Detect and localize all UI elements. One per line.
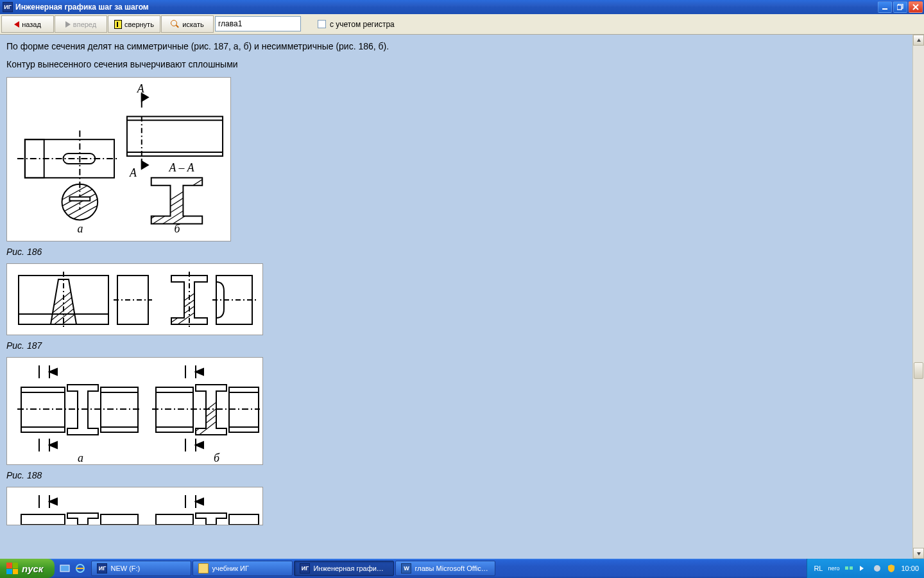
task-icon-folder — [198, 563, 209, 574]
scroll-track[interactable] — [913, 46, 924, 548]
svg-point-82 — [874, 565, 880, 572]
windows-logo-icon — [6, 563, 18, 574]
window-control-buttons — [878, 1, 923, 13]
svg-rect-74 — [21, 514, 65, 525]
checkbox-icon[interactable] — [318, 20, 326, 28]
figure-189-partial — [6, 487, 263, 525]
task-item-3[interactable]: W главы Microsoft Offic… — [395, 561, 495, 576]
svg-line-61 — [189, 398, 247, 442]
tray-network-icon[interactable] — [844, 564, 853, 573]
collapse-button[interactable]: свернуть — [108, 15, 160, 33]
close-button[interactable] — [909, 1, 923, 13]
svg-rect-81 — [850, 566, 853, 570]
svg-line-39 — [165, 288, 229, 333]
case-checkbox-wrap[interactable]: с учетом регистра — [318, 15, 395, 33]
case-label: с учетом регистра — [330, 20, 395, 29]
task-label-1: учебник ИГ — [212, 565, 248, 572]
svg-line-32 — [37, 287, 101, 335]
svg-rect-77 — [229, 514, 259, 525]
taskbar: пуск ИГ NEW (F:) учебник ИГ ИГ Инженерна… — [0, 559, 924, 578]
quicklaunch-desktop-icon[interactable] — [58, 561, 71, 575]
tray-hide-icon[interactable] — [859, 564, 868, 573]
paragraph-2: Контур вынесенного сечения вычерчивают с… — [6, 59, 906, 69]
task-label-3: главы Microsoft Offic… — [415, 565, 488, 572]
task-icon-word: W — [401, 563, 411, 574]
task-label-2: Инженерная графи… — [313, 565, 383, 572]
svg-line-11 — [56, 191, 113, 223]
back-button[interactable]: назад — [1, 15, 54, 33]
minimize-button[interactable] — [878, 1, 892, 13]
figure-188: а б — [6, 357, 263, 465]
search-input[interactable] — [215, 16, 301, 31]
caption-186: Рис. 186 — [6, 247, 906, 257]
scroll-down-button[interactable] — [913, 548, 924, 559]
quicklaunch-ie-icon[interactable] — [74, 561, 87, 575]
svg-rect-2 — [897, 5, 902, 10]
label-AA: A – A — [169, 161, 194, 174]
document-content: По форме сечения делят на симметричные (… — [0, 35, 912, 559]
tray-shield-icon[interactable] — [887, 564, 896, 573]
system-tray: RL nero 10:00 — [807, 559, 924, 578]
scroll-up-button[interactable] — [913, 35, 924, 46]
forward-label: вперед — [73, 21, 96, 28]
title-bar: ИГ Инженерная графика шаг за шагом — [0, 0, 924, 14]
caption-188: Рис. 188 — [6, 470, 906, 480]
language-indicator[interactable]: RL — [814, 565, 823, 572]
svg-line-59 — [189, 391, 247, 436]
tray-brand: nero — [828, 566, 839, 572]
label-a: а — [77, 222, 83, 235]
fig188-b: б — [214, 451, 220, 464]
paragraph-1: По форме сечения делят на симметричные (… — [6, 41, 906, 51]
collapse-icon — [114, 20, 122, 29]
search-icon — [171, 20, 180, 29]
search-button[interactable]: искать — [161, 15, 214, 33]
restore-button[interactable] — [893, 1, 907, 13]
task-item-0[interactable]: ИГ NEW (F:) — [91, 561, 191, 576]
svg-rect-78 — [60, 565, 69, 572]
figure-187 — [6, 263, 263, 335]
label-A: A — [137, 82, 144, 95]
svg-rect-80 — [845, 566, 848, 570]
tray-volume-icon[interactable] — [873, 564, 882, 573]
svg-rect-52 — [101, 387, 138, 432]
task-icon-app: ИГ — [97, 563, 107, 574]
start-label: пуск — [22, 563, 43, 574]
start-button[interactable]: пуск — [0, 559, 55, 578]
clock[interactable]: 10:00 — [901, 565, 919, 572]
caption-187: Рис. 187 — [6, 340, 906, 351]
figure-186: A A A – A а б — [6, 77, 231, 241]
vertical-scrollbar[interactable] — [912, 35, 924, 559]
collapse-label: свернуть — [124, 21, 154, 28]
toolbar: назад вперед свернуть искать с учетом ре… — [0, 14, 924, 35]
fig188-a: а — [78, 451, 83, 464]
svg-line-37 — [165, 282, 229, 327]
label-A2: A — [129, 166, 137, 179]
task-label-0: NEW (F:) — [110, 565, 140, 572]
arrow-right-icon — [65, 21, 71, 28]
back-label: назад — [22, 21, 41, 28]
arrow-left-icon — [14, 21, 19, 28]
scroll-thumb[interactable] — [914, 362, 923, 379]
svg-rect-0 — [882, 8, 887, 10]
search-label: искать — [182, 21, 203, 28]
forward-button[interactable]: вперед — [55, 15, 107, 33]
svg-rect-75 — [101, 514, 138, 525]
task-item-2[interactable]: ИГ Инженерная графи… — [294, 561, 394, 576]
svg-rect-76 — [156, 514, 193, 525]
quick-launch — [55, 559, 90, 578]
svg-rect-42 — [216, 276, 252, 324]
window-title: Инженерная графика шаг за шагом — [15, 3, 878, 12]
content-outer: По форме сечения делят на симметричные (… — [0, 35, 924, 559]
svg-line-14 — [56, 197, 113, 229]
task-icon-app2: ИГ — [300, 563, 310, 574]
app-icon: ИГ — [3, 2, 13, 12]
app-window: ИГ Инженерная графика шаг за шагом назад… — [0, 0, 924, 559]
task-item-1[interactable]: учебник ИГ — [193, 561, 293, 576]
svg-rect-15 — [69, 197, 90, 201]
label-b: б — [174, 222, 180, 235]
